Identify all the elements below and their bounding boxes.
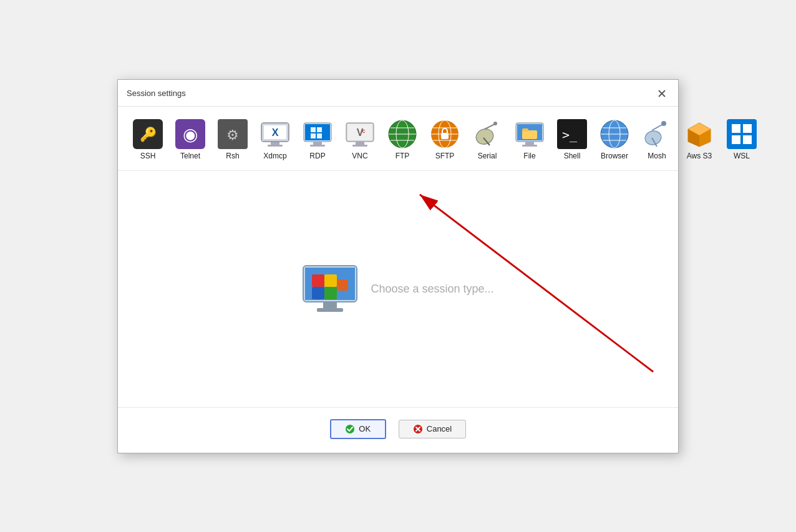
session-type-wsl[interactable]: WSL bbox=[722, 115, 762, 164]
session-type-xdmcp[interactable]: X Xdmcp bbox=[255, 115, 295, 164]
shell-icon: >_ bbox=[557, 119, 587, 149]
session-type-rdp[interactable]: RDP bbox=[298, 115, 337, 164]
rsh-label: Rsh bbox=[226, 152, 239, 160]
choose-session-area: Choose a session type... bbox=[302, 261, 493, 317]
ok-check-icon bbox=[345, 424, 355, 434]
close-icon bbox=[658, 90, 666, 97]
file-label: File bbox=[523, 152, 535, 160]
mosh-label: Mosh bbox=[648, 152, 666, 160]
awss3-icon bbox=[684, 119, 714, 149]
title-bar: Session settings bbox=[118, 80, 678, 107]
choose-session-text: Choose a session type... bbox=[371, 283, 493, 296]
sftp-icon bbox=[430, 119, 460, 149]
vnc-label: VNC bbox=[352, 152, 367, 160]
session-type-vnc[interactable]: V c VNC bbox=[340, 115, 380, 164]
svg-rect-67 bbox=[727, 119, 757, 149]
content-area: Choose a session type... bbox=[118, 171, 678, 407]
rdp-label: RDP bbox=[309, 152, 325, 160]
serial-label: Serial bbox=[478, 152, 497, 160]
sftp-label: SFTP bbox=[435, 152, 455, 160]
awss3-label: Aws S3 bbox=[687, 152, 712, 160]
svg-text:>_: >_ bbox=[562, 127, 578, 142]
svg-rect-71 bbox=[743, 135, 752, 144]
cancel-x-icon bbox=[413, 424, 423, 434]
cancel-label: Cancel bbox=[427, 424, 452, 433]
svg-rect-81 bbox=[324, 274, 337, 287]
telnet-label: Telnet bbox=[180, 152, 200, 160]
svg-rect-21 bbox=[317, 133, 322, 138]
svg-rect-69 bbox=[743, 124, 752, 133]
svg-rect-9 bbox=[271, 142, 279, 145]
ftp-label: FTP bbox=[396, 152, 410, 160]
cancel-button[interactable]: Cancel bbox=[399, 420, 466, 438]
ok-button[interactable]: OK bbox=[330, 419, 386, 439]
svg-rect-80 bbox=[324, 287, 337, 299]
session-type-awss3[interactable]: Aws S3 bbox=[679, 115, 719, 164]
svg-line-60 bbox=[652, 124, 663, 130]
svg-rect-79 bbox=[312, 287, 324, 299]
session-type-serial[interactable]: Serial bbox=[467, 115, 507, 164]
wsl-icon bbox=[727, 119, 757, 149]
svg-rect-24 bbox=[352, 145, 367, 147]
svg-rect-20 bbox=[311, 133, 316, 138]
svg-rect-47 bbox=[522, 145, 537, 147]
svg-text:⚙: ⚙ bbox=[226, 127, 239, 143]
svg-rect-70 bbox=[732, 135, 740, 144]
browser-label: Browser bbox=[601, 152, 628, 160]
session-type-browser[interactable]: Browser bbox=[595, 115, 634, 164]
svg-point-42 bbox=[493, 122, 497, 125]
browser-icon bbox=[599, 119, 629, 149]
wsl-label: WSL bbox=[734, 152, 750, 160]
shell-label: Shell bbox=[564, 152, 581, 160]
svg-rect-46 bbox=[525, 142, 534, 145]
svg-rect-16 bbox=[310, 145, 325, 147]
svg-rect-39 bbox=[441, 133, 449, 139]
svg-rect-49 bbox=[522, 130, 537, 139]
session-type-shell[interactable]: >_ Shell bbox=[552, 115, 592, 164]
telnet-icon: ◉ bbox=[175, 119, 205, 149]
xdmcp-label: Xdmcp bbox=[263, 152, 286, 160]
svg-text:c: c bbox=[362, 128, 366, 134]
ssh-label: SSH bbox=[140, 152, 156, 160]
vnc-icon: V c bbox=[345, 119, 375, 149]
xdmcp-icon: X bbox=[260, 119, 290, 149]
rsh-icon: ⚙ bbox=[218, 119, 248, 149]
svg-rect-50 bbox=[522, 128, 528, 132]
svg-rect-15 bbox=[313, 142, 322, 145]
mosh-icon bbox=[642, 119, 672, 149]
file-icon bbox=[515, 119, 545, 149]
serial-icon bbox=[472, 119, 502, 149]
dialog-title: Session settings bbox=[127, 89, 186, 98]
svg-text:X: X bbox=[272, 127, 279, 138]
close-button[interactable] bbox=[654, 86, 669, 101]
svg-rect-18 bbox=[311, 127, 316, 132]
svg-line-41 bbox=[485, 124, 495, 129]
svg-rect-10 bbox=[268, 145, 283, 147]
svg-point-61 bbox=[661, 121, 666, 126]
rdp-icon bbox=[303, 119, 332, 149]
svg-rect-78 bbox=[312, 274, 324, 287]
session-type-sftp[interactable]: SFTP bbox=[425, 115, 465, 164]
svg-point-40 bbox=[474, 126, 496, 146]
dialog-footer: OK Cancel bbox=[118, 407, 678, 453]
session-type-file[interactable]: File bbox=[510, 115, 550, 164]
session-settings-dialog: Session settings 🔑 SSH ◉ bbox=[117, 79, 679, 453]
svg-rect-82 bbox=[337, 279, 348, 291]
svg-text:🔑: 🔑 bbox=[140, 126, 157, 143]
session-type-ssh[interactable]: 🔑 SSH bbox=[128, 115, 168, 164]
ok-label: OK bbox=[359, 424, 371, 433]
session-type-mosh[interactable]: Mosh bbox=[637, 115, 677, 164]
choose-session-icon bbox=[302, 261, 358, 317]
session-type-ftp[interactable]: FTP bbox=[382, 115, 422, 164]
svg-text:◉: ◉ bbox=[183, 125, 198, 144]
svg-rect-19 bbox=[317, 127, 322, 132]
session-type-rsh[interactable]: ⚙ Rsh bbox=[213, 115, 253, 164]
session-type-bar: 🔑 SSH ◉ Telnet ⚙ Rsh bbox=[118, 107, 678, 171]
svg-rect-23 bbox=[356, 142, 364, 145]
ssh-icon: 🔑 bbox=[133, 119, 163, 149]
ftp-icon bbox=[387, 119, 417, 149]
svg-rect-77 bbox=[317, 308, 343, 312]
session-type-telnet[interactable]: ◉ Telnet bbox=[170, 115, 210, 164]
svg-rect-68 bbox=[732, 124, 740, 133]
svg-point-59 bbox=[644, 129, 663, 147]
